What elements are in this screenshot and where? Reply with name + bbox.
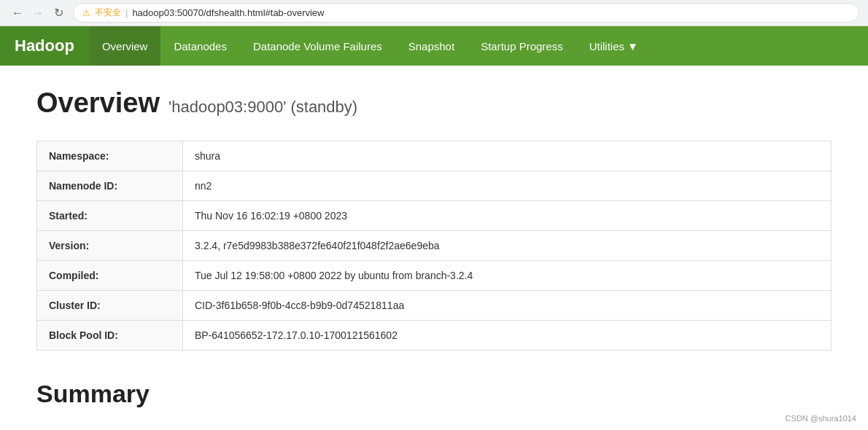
row-value: shura <box>183 141 832 171</box>
summary-title: Summary <box>36 380 832 408</box>
row-label: Version: <box>37 231 183 261</box>
url-text: hadoop03:50070/dfshealth.html#tab-overvi… <box>132 7 324 18</box>
forward-button[interactable]: → <box>29 4 47 22</box>
row-label: Cluster ID: <box>37 291 183 321</box>
row-label: Compiled: <box>37 261 183 291</box>
table-row: Namenode ID: nn2 <box>37 171 832 201</box>
row-value: Tue Jul 12 19:58:00 +0800 2022 by ubuntu… <box>183 261 832 291</box>
navbar-brand[interactable]: Hadoop <box>0 26 89 66</box>
browser-chrome: ← → ↻ ⚠ 不安全 | hadoop03:50070/dfshealth.h… <box>0 0 868 26</box>
navbar-items: Overview Datanodes Datanode Volume Failu… <box>89 26 651 66</box>
row-value: Thu Nov 16 16:02:19 +0800 2023 <box>183 201 832 231</box>
table-row: Block Pool ID: BP-641056652-172.17.0.10-… <box>37 321 832 351</box>
main-content: Overview 'hadoop03:9000' (standby) Names… <box>0 66 868 430</box>
row-label: Started: <box>37 201 183 231</box>
table-row: Version: 3.2.4, r7e5d9983b388e372fe640f2… <box>37 231 832 261</box>
row-value: 3.2.4, r7e5d9983b388e372fe640f21f048f2f2… <box>183 231 832 261</box>
table-row: Namespace: shura <box>37 141 832 171</box>
row-value: nn2 <box>183 171 832 201</box>
nav-item-utilities[interactable]: Utilities ▼ <box>576 26 651 66</box>
watermark: CSDN @shura1014 <box>786 414 856 423</box>
security-icon: ⚠ <box>82 8 90 18</box>
reload-button[interactable]: ↻ <box>50 4 67 22</box>
nav-item-datanode-volume-failures[interactable]: Datanode Volume Failures <box>240 26 395 66</box>
row-label: Block Pool ID: <box>37 321 183 351</box>
row-value: BP-641056652-172.17.0.10-1700121561602 <box>183 321 832 351</box>
page-title-section: Overview 'hadoop03:9000' (standby) <box>36 87 832 119</box>
info-table: Namespace: shura Namenode ID: nn2 Starte… <box>36 141 832 351</box>
row-label: Namenode ID: <box>37 171 183 201</box>
nav-item-startup-progress[interactable]: Startup Progress <box>468 26 576 66</box>
address-bar[interactable]: ⚠ 不安全 | hadoop03:50070/dfshealth.html#ta… <box>73 3 859 23</box>
row-value: CID-3f61b658-9f0b-4cc8-b9b9-0d74521811aa <box>183 291 832 321</box>
nav-item-datanodes[interactable]: Datanodes <box>160 26 240 66</box>
table-row: Cluster ID: CID-3f61b658-9f0b-4cc8-b9b9-… <box>37 291 832 321</box>
page-title: Overview <box>36 87 160 119</box>
dropdown-arrow-icon: ▼ <box>627 40 638 52</box>
insecure-label: 不安全 <box>95 7 121 19</box>
utilities-label: Utilities <box>589 40 624 52</box>
nav-buttons: ← → ↻ <box>9 4 67 22</box>
row-label: Namespace: <box>37 141 183 171</box>
nav-item-overview[interactable]: Overview <box>89 26 161 66</box>
navbar: Hadoop Overview Datanodes Datanode Volum… <box>0 26 868 66</box>
page-subtitle: 'hadoop03:9000' (standby) <box>168 98 357 117</box>
url-separator: | <box>125 7 128 18</box>
table-row: Compiled: Tue Jul 12 19:58:00 +0800 2022… <box>37 261 832 291</box>
table-row: Started: Thu Nov 16 16:02:19 +0800 2023 <box>37 201 832 231</box>
back-button[interactable]: ← <box>9 4 26 22</box>
nav-item-snapshot[interactable]: Snapshot <box>395 26 468 66</box>
